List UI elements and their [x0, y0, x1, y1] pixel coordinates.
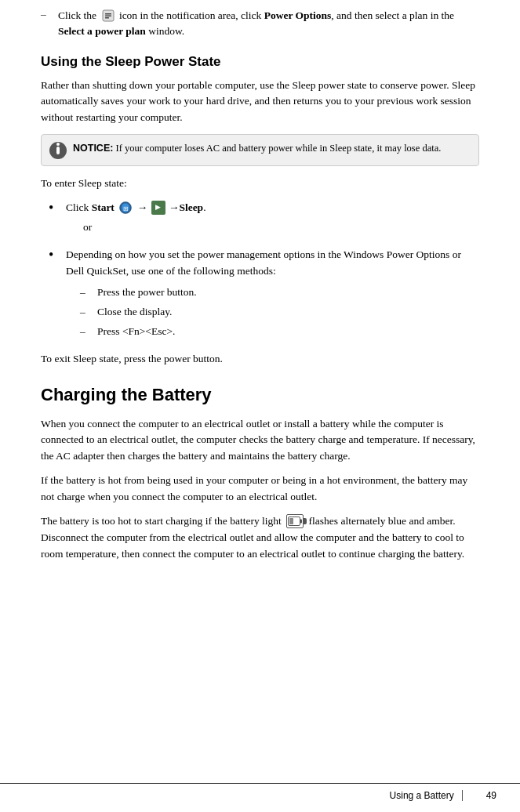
start-bold: Start	[92, 201, 115, 213]
select-plan-bold: Select a power plan	[58, 25, 146, 37]
notice-box: NOTICE: If your computer loses AC and ba…	[41, 134, 479, 166]
svg-text:⊞: ⊞	[123, 205, 129, 212]
bullet-dot-1: •	[49, 200, 63, 217]
sub-dash-list: – Press the power button. – Close the di…	[80, 285, 479, 340]
text-end: window.	[146, 25, 184, 37]
bullet2-text: Depending on how you set the power manag…	[66, 248, 461, 277]
page-footer: Using a Battery 49	[0, 783, 520, 801]
period: .	[203, 201, 205, 213]
dash-symbol: –	[41, 8, 55, 20]
notification-icon	[101, 9, 115, 23]
sleep-paragraph-1: Rather than shutting down your portable …	[41, 78, 479, 127]
sleep-section-heading: Using the Sleep Power State	[41, 54, 479, 70]
arrow-text: →	[137, 201, 148, 213]
power-options-bold: Power Options	[264, 9, 332, 21]
click-text: Click	[66, 201, 92, 213]
battery-light-icon	[286, 514, 304, 528]
charging-section-heading: Charging the Battery	[41, 385, 479, 405]
charging-paragraph-2: If the battery is hot from being used in…	[41, 473, 479, 506]
sub-dash-2: –	[80, 304, 94, 321]
click-the-text: Click the	[58, 9, 96, 21]
sub-item-text-1: Press the power button.	[97, 285, 197, 301]
footer-divider	[462, 790, 463, 801]
top-bullet-line: – Click the icon in the notification are…	[41, 8, 479, 40]
top-bullet-text: Click the icon in the notification area,…	[58, 8, 479, 40]
footer-using-battery: Using a Battery	[24, 790, 454, 801]
bullet-content-2: Depending on how you set the power manag…	[66, 247, 479, 343]
svg-rect-1	[105, 13, 111, 15]
sub-item-text-3: Press <Fn><Esc>.	[97, 324, 175, 340]
svg-rect-3	[105, 17, 109, 19]
svg-rect-7	[300, 520, 303, 524]
svg-rect-2	[105, 15, 111, 16]
exit-sleep-text: To exit Sleep state, press the power but…	[41, 351, 479, 368]
sub-dash-item-2: – Close the display.	[80, 304, 479, 321]
charging-paragraph-3: The battery is too hot to start charging…	[41, 513, 479, 563]
arrow-green-icon	[151, 201, 165, 215]
sleep-bullet-list: • Click Start ⊞ → →Sleep. or	[49, 200, 479, 343]
sub-dash-1: –	[80, 285, 94, 301]
bullet-item-1: • Click Start ⊞ → →Sleep. or	[49, 200, 479, 241]
charging-paragraph-1: When you connect the computer to an elec…	[41, 416, 479, 466]
sub-dash-3: –	[80, 324, 94, 340]
page-container: – Click the icon in the notification are…	[0, 0, 520, 602]
sub-item-text-2: Close the display.	[97, 304, 173, 321]
enter-sleep-text: To enter Sleep state:	[41, 176, 479, 192]
sub-dash-item-1: – Press the power button.	[80, 285, 479, 301]
text-middle: , and then select a plan in the	[331, 9, 454, 21]
notice-text: NOTICE: If your computer loses AC and ba…	[73, 141, 441, 156]
footer-page-number: 49	[486, 790, 496, 801]
bullet-dot-2: •	[49, 247, 63, 264]
svg-rect-8	[289, 518, 293, 524]
sleep-bold: →Sleep	[169, 201, 203, 213]
or-text: or	[83, 219, 479, 236]
text-after-icon: icon in the notification area, click	[119, 9, 264, 21]
bullet-content-1: Click Start ⊞ → →Sleep. or	[66, 200, 479, 241]
notice-icon-inner	[56, 147, 60, 154]
notice-body-text: If your computer loses AC and battery po…	[113, 143, 441, 154]
sub-dash-item-3: – Press <Fn><Esc>.	[80, 324, 479, 340]
para3-before-text: The battery is too hot to start charging…	[41, 515, 282, 527]
notice-icon	[49, 142, 67, 159]
windows-start-icon: ⊞	[118, 201, 133, 215]
bullet-item-2: • Depending on how you set the power man…	[49, 247, 479, 343]
notice-label: NOTICE:	[73, 143, 113, 154]
